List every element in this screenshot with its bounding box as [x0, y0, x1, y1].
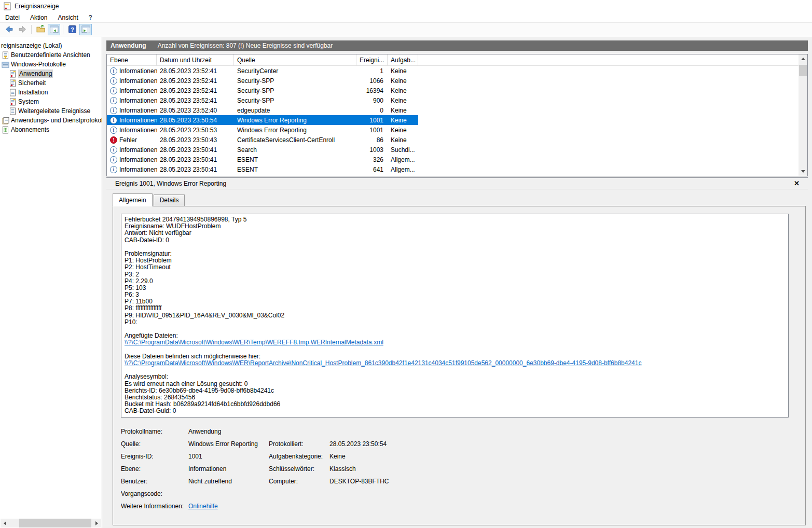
main-area: reignisanzeige (Lokal)Benutzerdefinierte…	[0, 37, 812, 528]
open-saved-log-button[interactable]	[34, 24, 47, 35]
level-label: Informationen	[119, 146, 157, 154]
column-header-2[interactable]: Quelle	[234, 54, 356, 65]
sidebar-item-installation[interactable]: Installation	[0, 88, 102, 97]
source: SecurityCenter	[234, 67, 356, 75]
console-tree-sidebar: reignisanzeige (Lokal)Benutzerdefinierte…	[0, 37, 102, 528]
menu-ansicht[interactable]: Ansicht	[52, 13, 83, 22]
field-row: Weitere Informationen:Onlinehilfe	[121, 500, 800, 512]
table-row[interactable]: iInformationen28.05.2023 23:52:41Securit…	[107, 66, 418, 76]
scrollbar-thumb[interactable]	[19, 519, 91, 527]
field-label: Ebene:	[121, 465, 188, 473]
tab-details[interactable]: Details	[154, 194, 185, 206]
column-header-3[interactable]: Ereigni...	[356, 54, 388, 65]
forward-button[interactable]	[16, 24, 29, 35]
sidebar-item-sicherheit[interactable]: Sicherheit	[0, 78, 102, 88]
datetime: 28.05.2023 23:50:41	[157, 156, 234, 163]
level-label: Informationen	[119, 127, 157, 134]
menu-datei[interactable]: Datei	[0, 13, 25, 22]
window-title: Ereignisanzeige	[15, 3, 59, 10]
source: Search	[234, 146, 356, 154]
sidebar-item-system[interactable]: System	[0, 97, 102, 106]
level-label: Fehler	[119, 136, 137, 144]
field-value[interactable]: Onlinehilfe	[188, 503, 269, 510]
events-table: EbeneDatum und UhrzeitQuelleEreigni...Au…	[106, 54, 808, 176]
sidebar-item-label: Abonnements	[11, 126, 49, 133]
sidebar-horizontal-scrollbar[interactable]	[1, 519, 101, 527]
menu-aktion[interactable]: Aktion	[25, 13, 52, 22]
attached-file-link[interactable]: \\?\C:\ProgramData\Microsoft\Windows\WER…	[125, 339, 383, 346]
table-row[interactable]: iInformationen28.05.2023 23:50:41ESENT64…	[107, 164, 418, 174]
folder-page-icon	[2, 117, 9, 124]
source: ESENT	[234, 166, 356, 173]
svg-text:?: ?	[70, 26, 74, 33]
scroll-down-arrow[interactable]	[799, 167, 807, 176]
menu-help[interactable]: ?	[84, 13, 98, 22]
info-level-icon: i	[110, 127, 117, 134]
body-line: P6: 3	[125, 291, 785, 298]
field-value: Informationen	[188, 465, 269, 473]
source: Windows Error Reporting	[234, 117, 356, 124]
table-row[interactable]: iInformationen28.05.2023 23:50:54Windows…	[107, 115, 418, 125]
event-count-status: Anzahl von Ereignissen: 807 (!) Neue Ere…	[158, 42, 333, 49]
log-header-bar: Anwendung Anzahl von Ereignissen: 807 (!…	[106, 40, 808, 51]
column-header-0[interactable]: Ebene	[107, 54, 157, 65]
sidebar-item-abonnements[interactable]: Abonnements	[0, 125, 102, 134]
scroll-left-arrow[interactable]	[1, 519, 9, 527]
toolbar-separator	[63, 25, 63, 34]
sidebar-item-weitergeleitete-ereignisse[interactable]: Weitergeleitete Ereignisse	[0, 106, 102, 116]
help-button[interactable]: ?	[66, 24, 78, 35]
field-row: Ebene:InformationenSchlüsselwörter:Klass…	[121, 463, 800, 475]
back-button[interactable]	[3, 24, 15, 35]
body-line: Analysesymbol:	[125, 373, 785, 380]
event-id: 0	[356, 107, 388, 114]
field-label: Protokollname:	[121, 428, 188, 435]
body-line: Antwort: Nicht verfügbar	[125, 230, 785, 237]
table-row[interactable]: iInformationen28.05.2023 23:52:41Securit…	[107, 76, 418, 86]
datetime: 28.05.2023 23:52:41	[157, 67, 234, 75]
action-pane-toggle-button[interactable]	[79, 24, 92, 35]
online-help-link[interactable]: Onlinehilfe	[188, 503, 218, 510]
sidebar-item-benutzerdefinierte-ansichten[interactable]: Benutzerdefinierte Ansichten	[0, 50, 102, 60]
scrollbar-thumb[interactable]	[799, 65, 807, 76]
field-row: Quelle:Windows Error ReportingProtokolli…	[121, 438, 800, 450]
sidebar-item-label: Anwendungs- und Dienstprotokol	[11, 117, 102, 124]
console-tree-toggle-button[interactable]	[48, 24, 60, 35]
table-row[interactable]: iInformationen28.05.2023 23:50:41ESENT32…	[107, 155, 418, 164]
sidebar-item-windows-protokolle[interactable]: Windows-Protokolle	[0, 60, 102, 69]
event-detail-pane: Ereignis 1001, Windows Error Reporting ✕…	[106, 177, 808, 528]
column-header-4[interactable]: Aufgab...	[388, 54, 418, 65]
field-label: Vorgangscode:	[121, 490, 188, 497]
task-category: Keine	[388, 77, 418, 85]
table-vertical-scrollbar[interactable]	[799, 54, 807, 176]
level-label: Informationen	[119, 97, 157, 104]
body-line: P2: HostTimeout	[125, 264, 785, 271]
attached-file-link[interactable]: \\?\C:\ProgramData\Microsoft\Windows\WER…	[125, 359, 641, 367]
source: Windows Error Reporting	[234, 127, 356, 134]
field-row: Benutzer:Nicht zutreffendComputer:DESKTO…	[121, 475, 800, 488]
scroll-up-arrow[interactable]	[799, 54, 807, 63]
field-value: 28.05.2023 23:50:54	[329, 440, 800, 448]
sidebar-item-label: Anwendung	[18, 70, 53, 78]
table-row[interactable]: iInformationen28.05.2023 23:50:41Search1…	[107, 145, 418, 155]
table-row[interactable]: iInformationen28.05.2023 23:52:41Securit…	[107, 95, 418, 105]
tab-allgemein[interactable]: Allgemein	[113, 193, 153, 206]
sidebar-item-anwendung[interactable]: Anwendung	[0, 69, 102, 78]
info-level-icon: i	[110, 77, 117, 85]
table-row[interactable]: iInformationen28.05.2023 23:52:40edgeupd…	[107, 105, 418, 115]
source: Security-SPP	[234, 77, 356, 85]
sidebar-item-reignisanzeige-lokal-[interactable]: reignisanzeige (Lokal)	[0, 41, 102, 50]
event-description-box[interactable]: Fehlerbucket 2047941394950896998, Typ 5E…	[121, 214, 789, 418]
source: Security-SPP	[234, 97, 356, 104]
folder-console-icon	[2, 61, 9, 68]
log-name: Anwendung	[111, 42, 146, 49]
body-line: P1: HostProblem	[125, 257, 785, 264]
table-row[interactable]: iInformationen28.05.2023 23:52:41Securit…	[107, 86, 418, 95]
table-row[interactable]: !Fehler28.05.2023 23:50:43CertificateSer…	[107, 135, 418, 145]
column-header-1[interactable]: Datum und Uhrzeit	[157, 54, 234, 65]
sidebar-item-anwendungs-und-dienstprotokol[interactable]: Anwendungs- und Dienstprotokol	[0, 116, 102, 125]
table-row[interactable]: iInformationen28.05.2023 23:50:53Windows…	[107, 125, 418, 135]
field-row: Protokollname:Anwendung	[121, 425, 800, 438]
scroll-right-arrow[interactable]	[92, 519, 101, 527]
task-category: Keine	[388, 107, 418, 114]
close-icon[interactable]: ✕	[794, 179, 800, 187]
